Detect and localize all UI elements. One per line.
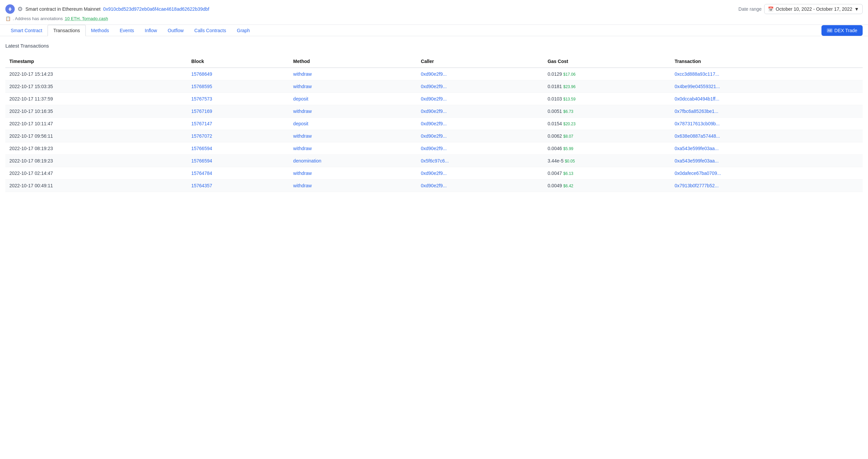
col-gas-cost: Gas Cost	[544, 55, 671, 68]
tab-outflow[interactable]: Outflow	[162, 25, 189, 36]
table-row: 2022-10-17 15:14:2315768649withdraw0xd90…	[5, 68, 863, 81]
cell-caller: 0xd90e2f9...	[417, 167, 544, 180]
cell-transaction: 0x0dafece67ba0709...	[671, 167, 863, 180]
method-link[interactable]: withdraw	[293, 146, 312, 151]
method-link[interactable]: withdraw	[293, 84, 312, 89]
col-transaction: Transaction	[671, 55, 863, 68]
gas-cost-value: 0.0154	[548, 121, 562, 126]
method-link[interactable]: deposit	[293, 96, 308, 101]
method-link[interactable]: withdraw	[293, 109, 312, 114]
caller-link[interactable]: 0xd90e2f9...	[421, 121, 447, 126]
caller-link[interactable]: 0xd90e2f9...	[421, 171, 447, 176]
gas-cost-usd: $13.59	[563, 97, 576, 101]
method-link[interactable]: deposit	[293, 121, 308, 126]
cell-block: 15764784	[187, 167, 289, 180]
transaction-link[interactable]: 0x638e0887a57448...	[675, 133, 720, 139]
transaction-link[interactable]: 0x0dccab40494b1ff...	[675, 96, 719, 101]
date-range-value: October 10, 2022 - October 17, 2022	[776, 6, 852, 12]
caller-link[interactable]: 0xd90e2f9...	[421, 146, 447, 151]
table-row: 2022-10-17 10:11:4715767147deposit0xd90e…	[5, 118, 863, 130]
cell-gas-cost: 0.0047$6.13	[544, 167, 671, 180]
table-row: 2022-10-17 10:16:3515767169withdraw0xd90…	[5, 105, 863, 118]
transaction-link[interactable]: 0x787317613cb09b...	[675, 121, 720, 126]
col-caller: Caller	[417, 55, 544, 68]
caller-link[interactable]: 0xd90e2f9...	[421, 96, 447, 101]
cell-transaction: 0x638e0887a57448...	[671, 130, 863, 143]
method-link[interactable]: withdraw	[293, 133, 312, 139]
gas-cost-usd: $17.06	[563, 72, 576, 77]
cell-gas-cost: 0.0046$5.99	[544, 143, 671, 155]
caller-link[interactable]: 0xd90e2f9...	[421, 71, 447, 77]
cell-method: withdraw	[289, 180, 417, 192]
cell-timestamp: 2022-10-17 09:56:11	[5, 130, 187, 143]
gas-cost-usd: $23.96	[563, 85, 576, 89]
caller-link[interactable]: 0xd90e2f9...	[421, 133, 447, 139]
tab-calls-contracts[interactable]: Calls Contracts	[189, 25, 231, 36]
cell-block: 15767072	[187, 130, 289, 143]
table-body: 2022-10-17 15:14:2315768649withdraw0xd90…	[5, 68, 863, 192]
cell-block: 15766594	[187, 143, 289, 155]
annotations-prefix: . Address has annotations	[13, 16, 63, 21]
main-content: Latest Transactions Timestamp Block Meth…	[0, 36, 868, 199]
transaction-link[interactable]: 0x4be99e04559321...	[675, 84, 720, 89]
annotations-link[interactable]: 10 ETH, Tornado.cash	[65, 16, 108, 21]
dex-trade-button[interactable]: Ad DEX Trade	[822, 25, 863, 36]
date-range-selector[interactable]: 📅 October 10, 2022 - October 17, 2022 ▼	[764, 4, 863, 14]
contract-address-link[interactable]: 0x910cbd523d972eb0a6f4cae4618ad62622b39d…	[103, 6, 209, 12]
cell-block: 15767169	[187, 105, 289, 118]
tab-inflow[interactable]: Inflow	[139, 25, 162, 36]
cell-method: withdraw	[289, 105, 417, 118]
caller-link[interactable]: 0x5f6c97c6...	[421, 158, 449, 163]
block-link[interactable]: 15767072	[191, 133, 212, 139]
caller-link[interactable]: 0xd90e2f9...	[421, 109, 447, 114]
block-link[interactable]: 15767169	[191, 109, 212, 114]
cell-timestamp: 2022-10-17 08:19:23	[5, 143, 187, 155]
cell-transaction: 0x7913b0f2777b52...	[671, 180, 863, 192]
transaction-link[interactable]: 0xcc3d888a93c117...	[675, 71, 719, 77]
method-link[interactable]: withdraw	[293, 183, 312, 188]
header-left: ⚙ Smart contract in Ethereum Mainnet 0x9…	[5, 4, 209, 14]
block-link[interactable]: 15767573	[191, 96, 212, 101]
col-block: Block	[187, 55, 289, 68]
gas-cost-value: 0.0047	[548, 171, 562, 176]
block-link[interactable]: 15768595	[191, 84, 212, 89]
tab-transactions[interactable]: Transactions	[48, 25, 86, 36]
tab-graph[interactable]: Graph	[231, 25, 255, 36]
method-link[interactable]: denomination	[293, 158, 321, 163]
date-range-label: Date range	[738, 6, 762, 12]
gas-cost-value: 0.0103	[548, 96, 562, 101]
cell-block: 15767147	[187, 118, 289, 130]
header-top-row: ⚙ Smart contract in Ethereum Mainnet 0x9…	[5, 4, 863, 14]
cell-caller: 0xd90e2f9...	[417, 68, 544, 81]
block-link[interactable]: 15766594	[191, 158, 212, 163]
caller-link[interactable]: 0xd90e2f9...	[421, 183, 447, 188]
transaction-link[interactable]: 0x7fbc6a85263be1...	[675, 109, 718, 114]
transaction-link[interactable]: 0xa543e599fe03aa...	[675, 158, 719, 163]
gas-cost-value: 0.0049	[548, 183, 562, 188]
table-row: 2022-10-17 08:19:2315766594denomination0…	[5, 155, 863, 167]
cell-method: deposit	[289, 118, 417, 130]
gas-cost-value: 3.44e-5	[548, 158, 563, 163]
tab-smart-contract[interactable]: Smart Contract	[5, 25, 48, 36]
block-link[interactable]: 15764357	[191, 183, 212, 188]
cell-transaction: 0xcc3d888a93c117...	[671, 68, 863, 81]
page-header: ⚙ Smart contract in Ethereum Mainnet 0x9…	[0, 0, 868, 25]
table-header: Timestamp Block Method Caller Gas Cost T…	[5, 55, 863, 68]
transaction-link[interactable]: 0x0dafece67ba0709...	[675, 171, 721, 176]
date-range-container: Date range 📅 October 10, 2022 - October …	[738, 4, 863, 14]
block-link[interactable]: 15766594	[191, 146, 212, 151]
tab-methods[interactable]: Methods	[86, 25, 115, 36]
cell-transaction: 0xa543e599fe03aa...	[671, 155, 863, 167]
caller-link[interactable]: 0xd90e2f9...	[421, 84, 447, 89]
block-link[interactable]: 15768649	[191, 71, 212, 77]
transaction-link[interactable]: 0x7913b0f2777b52...	[675, 183, 719, 188]
method-link[interactable]: withdraw	[293, 71, 312, 77]
block-link[interactable]: 15764784	[191, 171, 212, 176]
tab-events[interactable]: Events	[114, 25, 139, 36]
copy-icon: 📋	[5, 16, 11, 21]
gas-cost-usd: $8.07	[563, 134, 573, 139]
cell-timestamp: 2022-10-17 00:49:11	[5, 180, 187, 192]
transaction-link[interactable]: 0xa543e599fe03aa...	[675, 146, 719, 151]
method-link[interactable]: withdraw	[293, 171, 312, 176]
block-link[interactable]: 15767147	[191, 121, 212, 126]
